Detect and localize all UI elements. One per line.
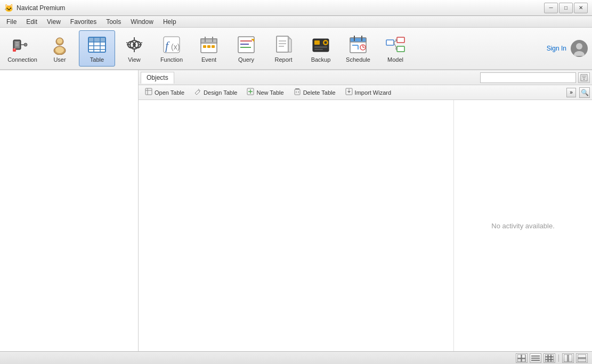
new-table-icon: [247, 88, 254, 97]
import-wizard-button[interactable]: Import Wizard: [341, 87, 395, 98]
signin-link[interactable]: Sign In: [547, 45, 566, 52]
action-search-button[interactable]: 🔍: [579, 87, 590, 98]
svg-point-6: [24, 43, 27, 46]
main-content: Objects: [0, 70, 592, 351]
svg-rect-34: [201, 39, 217, 43]
status-bar: [0, 351, 592, 364]
connection-label: Connection: [7, 56, 37, 63]
menu-item-edit[interactable]: Edit: [22, 17, 42, 27]
menu-item-tools[interactable]: Tools: [102, 17, 125, 27]
svg-line-28: [126, 43, 128, 43]
svg-rect-4: [15, 45, 19, 46]
schedule-icon: [347, 34, 369, 55]
svg-rect-38: [207, 45, 210, 48]
menu-item-window[interactable]: Window: [126, 17, 158, 27]
svg-rect-87: [295, 89, 300, 95]
svg-rect-106: [545, 360, 548, 362]
toolbar-function[interactable]: f (x) Function: [153, 30, 190, 67]
svg-point-12: [55, 47, 64, 53]
svg-rect-109: [564, 354, 567, 362]
svg-rect-93: [517, 354, 521, 358]
toolbar-schedule[interactable]: Schedule: [340, 30, 376, 67]
function-icon: f (x): [161, 34, 182, 55]
objects-tab[interactable]: Objects: [141, 72, 174, 84]
app-icon: 🐱: [4, 4, 13, 12]
toolbar-user[interactable]: User: [42, 30, 78, 67]
content-area: No activity available.: [139, 100, 592, 351]
report-icon: [273, 34, 294, 55]
svg-rect-39: [212, 45, 215, 48]
menu-item-file[interactable]: File: [2, 17, 21, 27]
svg-rect-19: [88, 37, 106, 42]
maximize-button[interactable]: □: [559, 3, 573, 13]
new-table-button[interactable]: New Table: [242, 87, 288, 98]
status-view-btn-5[interactable]: [576, 353, 588, 363]
user-avatar: [571, 40, 588, 57]
objects-filter-button[interactable]: [578, 72, 590, 83]
svg-rect-100: [545, 354, 548, 357]
backup-icon: [310, 34, 331, 55]
toolbar-model[interactable]: Model: [377, 30, 413, 67]
svg-point-74: [574, 51, 585, 56]
title-bar: 🐱 Navicat Premium ─ □ ✕: [0, 0, 592, 16]
menu-item-help[interactable]: Help: [159, 17, 181, 27]
toolbar: Connection User Table: [0, 28, 592, 70]
design-table-icon: [194, 88, 201, 97]
toolbar-table[interactable]: Table: [79, 30, 115, 67]
svg-rect-108: [551, 360, 554, 362]
svg-rect-103: [545, 357, 548, 359]
model-icon: [385, 34, 406, 55]
view-icon: [124, 34, 145, 55]
minimize-button[interactable]: ─: [544, 3, 558, 13]
open-table-label: Open Table: [155, 89, 184, 96]
open-table-button[interactable]: Open Table: [141, 87, 189, 98]
svg-rect-107: [548, 360, 551, 362]
svg-rect-95: [517, 359, 521, 362]
svg-rect-111: [578, 354, 586, 358]
svg-line-70: [394, 43, 397, 49]
design-table-button[interactable]: Design Table: [190, 87, 241, 98]
svg-rect-94: [522, 354, 525, 358]
svg-rect-66: [386, 40, 394, 45]
toolbar-query[interactable]: Query: [228, 30, 264, 67]
activity-panel: No activity available.: [453, 100, 592, 351]
toolbar-backup[interactable]: Backup: [303, 30, 339, 67]
connection-icon: [12, 34, 33, 55]
query-icon: [236, 34, 257, 55]
svg-point-11: [57, 38, 62, 44]
toolbar-connection[interactable]: Connection: [4, 30, 40, 67]
user-icon: [49, 34, 70, 55]
svg-rect-56: [314, 49, 323, 50]
no-activity-text: No activity available.: [491, 222, 555, 230]
backup-label: Backup: [311, 56, 331, 63]
more-actions-button[interactable]: »: [566, 88, 576, 97]
toolbar-view[interactable]: View: [116, 30, 152, 67]
svg-rect-96: [522, 359, 525, 362]
left-panel: [0, 70, 139, 351]
table-label: Table: [90, 56, 104, 63]
menu-item-view[interactable]: View: [43, 17, 65, 27]
event-icon: [198, 34, 220, 55]
menu-item-favorites[interactable]: Favorites: [66, 17, 101, 27]
open-table-icon: [145, 88, 152, 97]
window-controls: ─ □ ✕: [544, 3, 588, 13]
delete-table-icon: [294, 88, 301, 97]
status-view-btn-3[interactable]: [544, 353, 555, 363]
status-view-btn-2[interactable]: [530, 353, 541, 363]
svg-marker-91: [347, 91, 351, 93]
action-bar: Open Table Design Table: [139, 85, 592, 100]
delete-table-button[interactable]: Delete Table: [289, 87, 340, 98]
status-view-btn-1[interactable]: [516, 353, 528, 363]
objects-search-input[interactable]: [480, 72, 576, 83]
signin-area: Sign In: [547, 40, 588, 57]
toolbar-event[interactable]: Event: [191, 30, 227, 67]
report-label: Report: [274, 56, 292, 63]
objects-search-area: [480, 72, 590, 83]
svg-rect-45: [277, 36, 288, 52]
svg-rect-67: [397, 37, 404, 43]
objects-bar: Objects: [139, 70, 592, 85]
svg-point-54: [325, 42, 327, 44]
status-view-btn-4[interactable]: [562, 353, 574, 363]
close-button[interactable]: ✕: [574, 3, 588, 13]
toolbar-report[interactable]: Report: [265, 30, 302, 67]
